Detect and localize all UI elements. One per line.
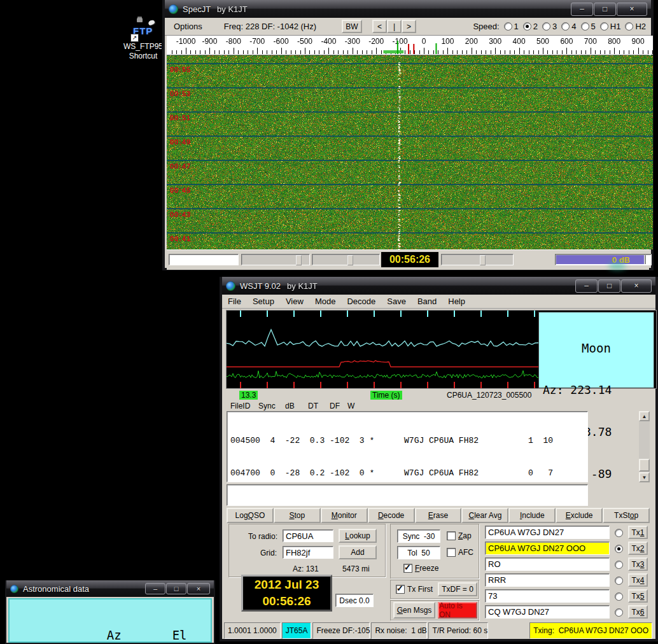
gen-msgs-button[interactable]: Gen Msgs: [393, 602, 435, 619]
speed-radio-h1[interactable]: H1: [600, 22, 621, 31]
add-button[interactable]: Add: [339, 545, 377, 559]
scroll-thumb[interactable]: [639, 459, 650, 472]
grid-input[interactable]: [283, 546, 333, 559]
ftp-icon: FTP ↗: [129, 18, 157, 42]
speed-radio-5[interactable]: 5: [581, 22, 596, 31]
tx4-radio[interactable]: [615, 577, 623, 585]
shortcut-arrow-icon: ↗: [130, 34, 139, 42]
tx-first-checkbox[interactable]: Tx First: [396, 585, 433, 594]
decode-scrollbar[interactable]: ▲ ▼: [639, 411, 650, 482]
tx5-message-input[interactable]: [485, 589, 610, 603]
tx3-radio[interactable]: [615, 561, 623, 569]
astro-titlebar[interactable]: Astronomical data – □ ×: [6, 580, 214, 597]
include-button[interactable]: Include: [508, 508, 556, 523]
erase-button[interactable]: Erase: [415, 508, 462, 523]
tx6-message-input[interactable]: [485, 605, 610, 619]
minimize-button[interactable]: –: [575, 279, 598, 293]
maximize-button[interactable]: □: [594, 3, 616, 16]
gain-slider-3[interactable]: [441, 254, 514, 265]
tx1-message-input[interactable]: [485, 526, 610, 539]
tx3-message-input[interactable]: [485, 557, 610, 571]
tx4-message-input[interactable]: [485, 573, 610, 587]
tx2-message-input[interactable]: [485, 542, 610, 555]
utc-clock: 00:56:26: [381, 252, 438, 267]
menu-help[interactable]: Help: [442, 295, 471, 307]
bw-button[interactable]: BW: [342, 20, 362, 33]
stop-button[interactable]: Stop: [274, 508, 321, 523]
azimuth-readout: Az: 131: [293, 564, 319, 573]
menu-setup[interactable]: Setup: [247, 295, 280, 307]
speed-radio-2[interactable]: 2: [523, 22, 538, 31]
speed-radio-h2[interactable]: H2: [625, 22, 646, 31]
exclude-button[interactable]: Exclude: [556, 508, 603, 523]
desktop-icon-blur: [608, 262, 626, 270]
maximize-button[interactable]: □: [598, 279, 620, 293]
to-radio-input[interactable]: [283, 529, 333, 542]
scroll-up-arrow[interactable]: ▲: [639, 411, 650, 421]
tx1-button[interactable]: Tx1: [628, 526, 648, 539]
nav-right-button[interactable]: >: [402, 20, 416, 33]
minimize-button[interactable]: –: [145, 583, 165, 594]
average-text-area[interactable]: 005500 2 9/26 W7GJ CP6UA FH82 1 0: [227, 484, 588, 506]
menu-file[interactable]: File: [222, 295, 247, 307]
tx4-button[interactable]: Tx4: [628, 573, 648, 587]
wsjt-titlebar[interactable]: WSJT 9.02 by K1JT – □ ×: [222, 277, 655, 295]
log-qso-button[interactable]: Log QSO: [227, 508, 274, 523]
signal-graph[interactable]: Moon Az: 223.14 El: 33.78 Dop: -89 Dgrd:…: [226, 310, 657, 389]
lookup-button[interactable]: Lookup: [339, 529, 377, 543]
waterfall-time: 00:49: [170, 138, 191, 146]
specjt-titlebar[interactable]: SpecJT by K1JT – □ ×: [165, 0, 651, 18]
ws-ftp95-shortcut[interactable]: FTP ↗ WS_FTP95 Shortcut: [118, 18, 168, 61]
tx-auto-groupbox: Gen Msgs Auto is ON: [390, 600, 479, 620]
clear-avg-button[interactable]: Clear Avg: [461, 508, 508, 523]
speed-radio-3[interactable]: 3: [542, 22, 557, 31]
tx6-button[interactable]: Tx6: [628, 605, 648, 619]
speed-radio-4[interactable]: 4: [561, 22, 576, 31]
txstop-button[interactable]: TxStop: [603, 508, 650, 523]
close-button[interactable]: ×: [617, 3, 647, 16]
tx5-radio[interactable]: [615, 592, 623, 601]
tx2-radio[interactable]: [615, 545, 623, 553]
tx2-button[interactable]: Tx2: [628, 542, 648, 555]
moon-az: Az: 223.14: [543, 383, 650, 397]
menu-view[interactable]: View: [280, 295, 309, 307]
menu-mode[interactable]: Mode: [309, 295, 342, 307]
close-button[interactable]: ×: [621, 279, 652, 293]
menu-band[interactable]: Band: [412, 295, 442, 307]
date-display: 2012 Jul 23: [243, 577, 330, 593]
monitor-button[interactable]: Monitor: [321, 508, 368, 523]
tx6-radio[interactable]: [615, 608, 623, 617]
header-df: DF: [330, 402, 340, 410]
maximize-button[interactable]: □: [166, 583, 186, 594]
options-menu[interactable]: Options: [174, 22, 202, 31]
freeze-df-readout: Freeze DF:-105: [312, 622, 370, 639]
close-button[interactable]: ×: [187, 583, 210, 594]
sync-threshold-box[interactable]: Sync -30: [397, 529, 440, 543]
auto-on-button[interactable]: Auto is ON: [438, 602, 477, 619]
status-spacer: [489, 622, 528, 639]
dsec-box: Dsec 0.0: [335, 594, 374, 607]
waterfall-time: 00:51: [170, 114, 191, 122]
menu-save[interactable]: Save: [381, 295, 412, 307]
nav-center-button[interactable]: |: [387, 20, 402, 33]
minimize-button[interactable]: –: [571, 3, 593, 16]
decode-button[interactable]: Decode: [368, 508, 415, 523]
tx1-radio[interactable]: [615, 529, 623, 537]
wav-filename: CP6UA_120723_005500: [447, 391, 531, 400]
txdf-button[interactable]: TxDF = 0: [438, 582, 477, 596]
scroll-down-arrow[interactable]: ▼: [639, 472, 650, 482]
frequency-ruler[interactable]: [167, 36, 649, 55]
menu-decode[interactable]: Decode: [341, 295, 381, 307]
gain-slider-2[interactable]: [312, 254, 380, 265]
tolerance-box[interactable]: Tol 50: [397, 546, 440, 559]
freeze-checkbox[interactable]: Freeze: [403, 564, 438, 573]
tx5-button[interactable]: Tx5: [628, 589, 648, 603]
tx3-button[interactable]: Tx3: [628, 557, 648, 571]
afc-checkbox[interactable]: AFC: [447, 548, 473, 557]
zap-checkbox[interactable]: Zap: [447, 531, 472, 540]
decode-text-area[interactable]: 004500 4 -22 0.3 -102 3 * W7GJ CP6UA FH8…: [227, 411, 588, 482]
gain-slider-1[interactable]: [241, 254, 310, 265]
speed-radio-1[interactable]: 1: [504, 22, 519, 31]
waterfall-display[interactable]: 00:55 00:53 00:51 00:49 00:47 00:45 00:4…: [167, 55, 649, 249]
nav-left-button[interactable]: <: [372, 20, 387, 33]
